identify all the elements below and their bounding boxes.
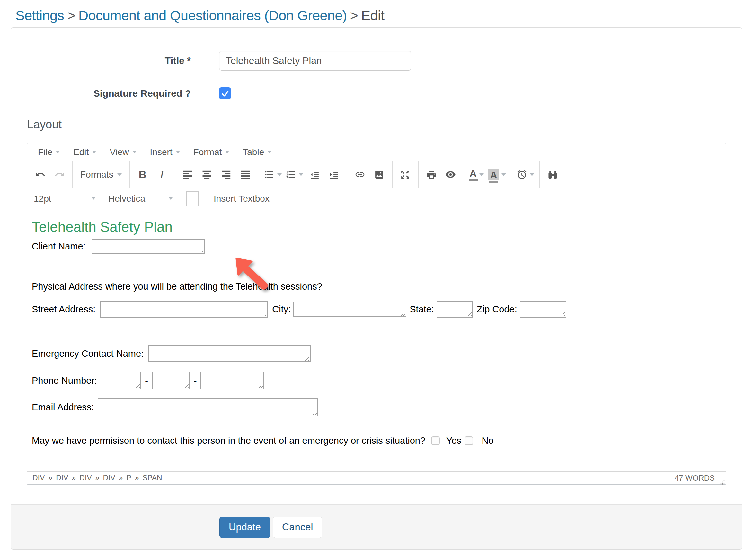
font-family-dropdown[interactable]: Helvetica [102,188,179,209]
menu-insert[interactable]: Insert [143,143,187,161]
menu-file[interactable]: File [31,143,66,161]
emergency-contact-label: Emergency Contact Name: [32,348,144,359]
signature-required-row: Signature Required ? [11,87,742,99]
preview-eye-icon [445,169,456,180]
phone-prefix-field[interactable] [152,372,190,389]
signature-required-checkbox[interactable] [219,87,231,99]
element-path-segment[interactable]: DIV [33,474,45,482]
editor-content-area[interactable]: Telehealth Safety Plan Client Name: Phys… [27,209,726,472]
insert-link-button[interactable] [351,164,370,185]
align-justify-icon [240,169,251,180]
editor-menubar: File Edit View Insert Format Table [27,143,726,161]
align-center-icon [202,169,212,180]
state-field[interactable] [437,301,473,318]
italic-button[interactable]: I [152,164,172,185]
italic-icon: I [160,168,163,181]
numbered-list-button[interactable] [284,164,305,185]
client-name-field[interactable] [92,239,205,254]
breadcrumb-settings-link[interactable]: Settings [15,8,64,23]
bold-button[interactable]: B [133,164,152,185]
menu-table[interactable]: Table [236,143,278,161]
phone-number-row: Phone Number: - - [32,372,718,389]
breadcrumb-current-page: Edit [361,8,384,23]
email-row: Email Address: [32,399,718,416]
insert-image-button[interactable] [370,164,389,185]
breadcrumb-documents-link[interactable]: Document and Questionnaires (Don Greene) [78,8,347,23]
link-icon [355,169,365,180]
checkmark-icon [220,88,230,98]
indent-button[interactable] [324,164,344,185]
redo-icon [54,169,65,180]
chevron-down-icon [501,174,506,176]
align-left-icon [182,169,193,180]
street-address-field[interactable] [100,301,267,318]
word-count: 47 WORDS [675,474,715,483]
chevron-down-icon [530,174,534,176]
chevron-down-icon [169,198,173,200]
align-center-button[interactable] [198,164,217,185]
update-button[interactable]: Update [219,517,270,538]
title-row: Title * [11,51,742,71]
permission-no-checkbox[interactable] [464,436,473,445]
permission-yes-checkbox[interactable] [431,436,440,445]
indent-icon [329,169,339,180]
reminder-clock-button[interactable] [515,164,536,185]
element-path-segment[interactable]: DIV [103,474,115,482]
city-field[interactable] [293,301,407,317]
undo-icon [35,169,46,180]
state-label: State: [410,304,434,315]
permission-no-label: No [481,435,493,446]
element-path-segment[interactable]: P [126,474,132,482]
menu-edit[interactable]: Edit [66,143,103,161]
title-input[interactable] [219,51,411,71]
align-justify-button[interactable] [236,164,255,185]
alarm-clock-icon [517,169,527,180]
phone-area-field[interactable] [101,372,141,389]
bullet-list-button[interactable] [262,164,284,185]
text-color-icon: A [470,168,477,181]
email-address-label: Email Address: [32,402,94,413]
search-replace-button[interactable] [543,164,562,185]
document-heading: Telehealth Safety Plan [32,219,718,235]
binoculars-icon [548,169,558,180]
editor-toolbar-fonts: 12pt Helvetica Insert Textbox [27,188,726,209]
email-address-field[interactable] [98,399,318,416]
element-path-segment[interactable]: DIV [79,474,92,482]
phone-line-field[interactable] [200,372,264,389]
editor-resize-handle[interactable] [719,478,725,483]
client-name-row: Client Name: [32,239,718,254]
emergency-contact-field[interactable] [148,345,311,362]
breadcrumb: Settings>Document and Questionnaires (Do… [15,8,753,23]
edit-document-panel: Title * Signature Required ? Layout File… [11,27,742,550]
textbox-button[interactable] [179,188,205,209]
element-path-segment[interactable]: SPAN [143,474,162,482]
align-right-button[interactable] [217,164,236,185]
preview-button[interactable] [441,164,460,185]
title-label: Title * [11,55,191,66]
layout-section-heading: Layout [27,118,742,131]
element-path-segment[interactable]: DIV [56,474,68,482]
menu-view[interactable]: View [103,143,143,161]
redo-button[interactable] [50,164,69,185]
align-left-button[interactable] [178,164,198,185]
address-row: Street Address: City: State: Zip Code: [32,301,718,318]
print-button[interactable] [422,164,441,185]
phone-dash: - [145,375,148,386]
formats-dropdown[interactable]: Formats [76,164,126,185]
element-path: DIV » DIV » DIV » DIV » P » SPAN [33,474,162,482]
cancel-button[interactable]: Cancel [273,517,322,538]
outdent-button[interactable] [305,164,324,185]
menu-format[interactable]: Format [187,143,236,161]
form-actions-footer: Update Cancel [11,504,742,549]
text-color-button[interactable]: A [467,164,487,185]
undo-button[interactable] [31,164,50,185]
print-icon [426,169,437,180]
zip-code-field[interactable] [520,301,566,318]
background-color-button[interactable]: A [487,164,508,185]
align-right-icon [221,169,232,180]
fullscreen-button[interactable] [396,164,415,185]
insert-textbox-button[interactable]: Insert Textbox [206,188,277,209]
chevron-down-icon [117,174,122,176]
chevron-down-icon [133,151,137,153]
font-size-dropdown[interactable]: 12pt [27,188,102,209]
